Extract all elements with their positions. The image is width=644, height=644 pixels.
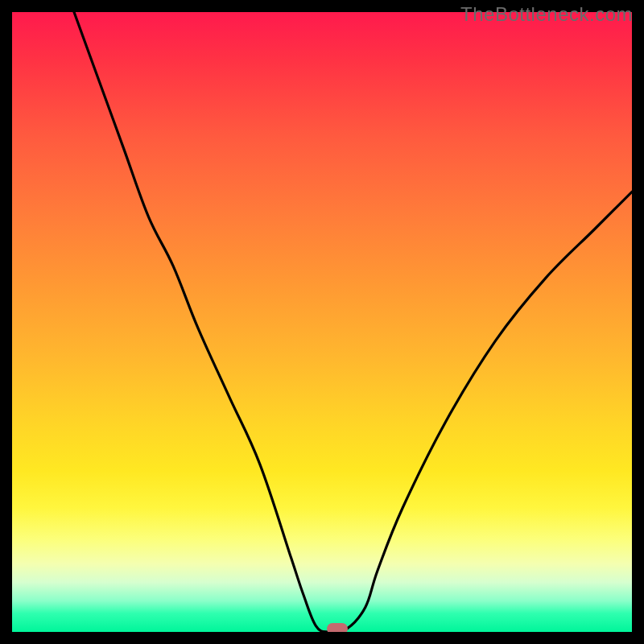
curve-layer	[12, 12, 632, 632]
minimum-marker	[327, 623, 348, 632]
chart-frame: TheBottleneck.com	[0, 0, 644, 644]
plot-area	[12, 12, 632, 632]
bottleneck-curve	[74, 12, 632, 632]
watermark-text: TheBottleneck.com	[460, 3, 633, 26]
